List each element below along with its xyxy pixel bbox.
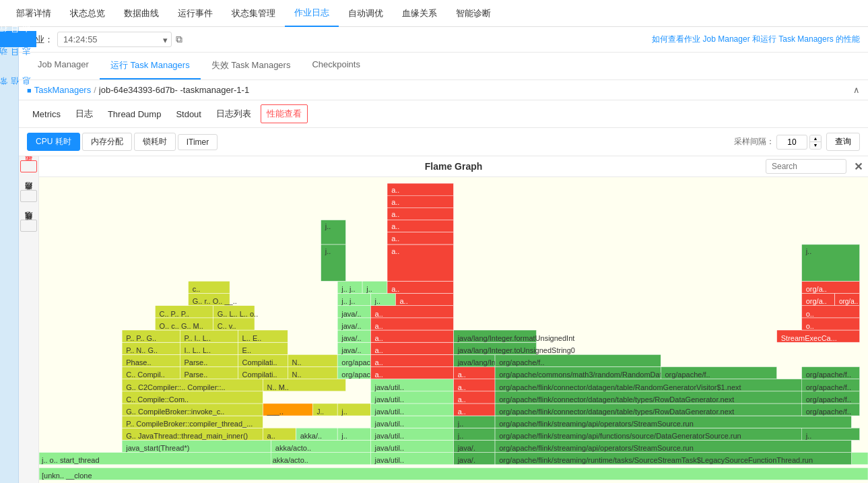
svg-rect-1	[39, 468, 868, 480]
flame-graph-canvas[interactable]: [unkn.. __clone j.. o.. start_thread akk…	[39, 177, 868, 483]
svg-text:j..: j..	[457, 432, 464, 440]
sidebar-tab-start-log[interactable]: 启动日志	[0, 54, 36, 70]
svg-text:N..  M..: N.. M..	[267, 383, 289, 391]
svg-text:G..  JavaThread::thread_main_i: G.. JavaThread::thread_main_inner()	[126, 432, 248, 440]
svg-text:a..: a..	[458, 383, 466, 391]
breadcrumb-root[interactable]: TaskManagers	[34, 85, 92, 95]
svg-text:Parse..: Parse..	[184, 371, 207, 379]
sub-tab-logs[interactable]: 日志	[70, 105, 98, 123]
nav-item-state-mgmt[interactable]: 状态集管理	[222, 0, 285, 27]
left-sidebar: 运行日志 启动日志 异常信息	[0, 27, 19, 483]
breadcrumb-sep: /	[94, 85, 96, 95]
job-select[interactable]: 14:24:55	[57, 32, 172, 47]
svg-text:akka/acto..: akka/acto..	[273, 456, 308, 464]
svg-text:org/apache/flink/streaming/api: org/apache/flink/streaming/api/functions…	[499, 432, 741, 440]
nav-item-diag[interactable]: 智能诊断	[446, 0, 500, 27]
btn-cpu[interactable]: CPU 耗时	[27, 133, 80, 151]
svg-text:a..: a..	[458, 371, 466, 379]
svg-text:a..: a..	[458, 408, 466, 416]
svg-text:java/..: java/..	[341, 322, 361, 330]
svg-text:a..: a..	[375, 358, 383, 366]
svg-text:j..: j..	[325, 222, 331, 230]
nav-item-job-log[interactable]: 作业日志	[285, 0, 339, 27]
tab-failed-tm[interactable]: 失效 Task Managers	[201, 53, 302, 79]
svg-text:I..  L..  L..: I.. L.. L..	[184, 346, 211, 354]
sampling-spinners: ▲ ▼	[809, 135, 822, 150]
svg-rect-129	[370, 342, 453, 354]
svg-text:StreamExecCa...: StreamExecCa...	[781, 334, 837, 342]
svg-text:c..: c..	[193, 285, 201, 293]
nav-item-deploy[interactable]: 部署详情	[7, 0, 61, 27]
svg-text:Compilati..: Compilati..	[242, 371, 277, 379]
svg-text:java/util..: java/util..	[374, 395, 404, 404]
svg-text:org/apache/f..: org/apache/f..	[806, 408, 851, 416]
nav-item-status[interactable]: 状态总览	[61, 0, 114, 27]
nav-item-event[interactable]: 运行事件	[168, 0, 222, 27]
vert-tab-mem[interactable]: 内存动态	[20, 190, 37, 202]
svg-rect-141	[370, 330, 453, 342]
tab-job-manager[interactable]: Job Manager	[27, 53, 100, 79]
sub-tab-perf-view[interactable]: 性能查看	[261, 104, 308, 123]
sidebar-tab-alarm[interactable]: 异常信息	[0, 84, 36, 100]
copy-icon[interactable]: ⧉	[176, 34, 182, 45]
svg-text:a..: a..	[391, 234, 399, 243]
sub-tab-log-list[interactable]: 日志列表	[211, 105, 257, 123]
sidebar-tab-run-log[interactable]: 运行日志	[0, 31, 36, 47]
spin-up-btn[interactable]: ▲	[810, 135, 821, 142]
query-btn[interactable]: 查询	[826, 133, 860, 151]
tab-running-tm[interactable]: 运行 Task Managers	[100, 53, 201, 79]
svg-text:o..: o..	[806, 322, 814, 330]
svg-text:a..: a..	[375, 310, 383, 318]
collapse-icon[interactable]: ∧	[853, 85, 860, 95]
svg-text:Compilati..: Compilati..	[242, 358, 277, 366]
svg-text:j..  o..  start_thread: j.. o.. start_thread	[41, 456, 100, 464]
flame-close-icon[interactable]: ✕	[854, 160, 863, 173]
btn-mem[interactable]: 内存分配	[82, 133, 132, 151]
svg-text:java/util..: java/util..	[374, 420, 404, 428]
sub-tab-thread-dump[interactable]: Thread Dump	[102, 106, 166, 122]
vert-tab-flame[interactable]: 火焰图	[20, 160, 37, 172]
flame-search[interactable]	[766, 159, 846, 174]
svg-text:C..  v..: C.. v..	[218, 322, 236, 330]
perf-section: CPU 耗时 内存分配 锁耗时 ITimer 采样间隔： ▲ ▼ 查询 火焰图 …	[19, 128, 868, 483]
sub-tab-metrics[interactable]: Metrics	[27, 106, 66, 122]
svg-text:org/apache/flink/connector/dat: org/apache/flink/connector/datagen/table…	[499, 383, 741, 391]
svg-text:j..: j..	[457, 420, 464, 428]
svg-text:a..: a..	[267, 432, 275, 440]
btn-lock[interactable]: 锁耗时	[134, 133, 176, 151]
svg-text:j..: j..	[805, 247, 812, 255]
svg-text:java/..: java/..	[341, 334, 361, 342]
nav-item-auto-tune[interactable]: 自动调优	[339, 0, 393, 27]
sub-tab-stdout[interactable]: Stdout	[170, 106, 207, 122]
perf-toolbar: CPU 耗时 内存分配 锁耗时 ITimer 采样间隔： ▲ ▼ 查询	[19, 128, 868, 156]
svg-text:C..  P..  P..: C.. P.. P..	[159, 310, 189, 318]
nav-item-curve[interactable]: 数据曲线	[114, 0, 168, 27]
svg-text:___..: ___..	[267, 408, 283, 416]
svg-rect-153	[370, 318, 453, 330]
svg-text:N..: N..	[292, 358, 301, 366]
svg-text:N..: N..	[292, 371, 301, 379]
svg-text:java/lang/Integer.toUnsignedSt: java/lang/Integer.toUnsignedString0	[457, 346, 575, 354]
svg-text:a..: a..	[391, 186, 399, 194]
svg-text:E..: E..	[242, 346, 251, 354]
btn-itimer[interactable]: ITimer	[178, 134, 218, 150]
svg-text:java/util..: java/util..	[374, 383, 404, 391]
svg-text:java_start(Thread*): java_start(Thread*)	[125, 444, 189, 452]
svg-text:P..  P..  G..: P.. P.. G..	[126, 334, 156, 342]
flame-area: 火焰图 内存动态 线程动态 Flame Graph ✕	[19, 156, 868, 483]
svg-text:a..: a..	[375, 346, 383, 354]
sampling-input[interactable]	[776, 135, 807, 150]
vert-tab-thread[interactable]: 线程动态	[20, 220, 37, 232]
svg-text:org/apache/f..: org/apache/f..	[806, 383, 851, 391]
svg-text:org/apache/flink/streaming/run: org/apache/flink/streaming/runtime/tasks…	[499, 456, 813, 464]
help-link[interactable]: 如何查看作业 Job Manager 和运行 Task Managers 的性能	[652, 34, 860, 45]
vert-tabs: 火焰图 内存动态 线程动态	[19, 156, 39, 483]
spin-down-btn[interactable]: ▼	[810, 142, 821, 149]
svg-text:org/apache/flink/streaming/api: org/apache/flink/streaming/api/operators…	[499, 420, 694, 428]
svg-text:G..  r..  O..  __..: G.. r.. O.. __..	[193, 297, 237, 305]
svg-rect-163	[370, 306, 453, 318]
tab-checkpoints[interactable]: Checkpoints	[301, 53, 371, 79]
svg-text:org/a..: org/a..	[806, 297, 827, 305]
svg-text:L..  E..: L.. E..	[242, 334, 262, 342]
nav-item-lineage[interactable]: 血缘关系	[393, 0, 446, 27]
